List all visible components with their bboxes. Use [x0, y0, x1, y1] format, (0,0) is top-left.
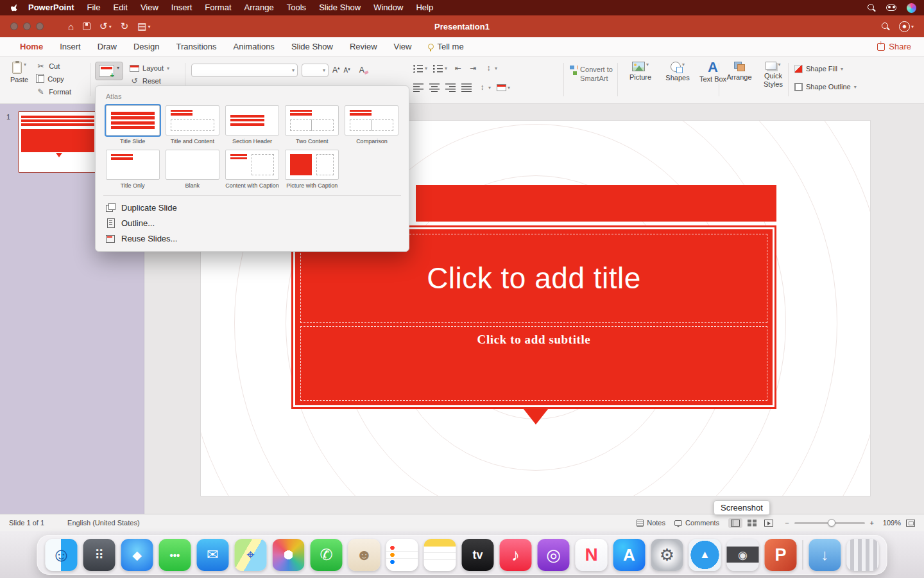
increase-font-size-button[interactable]: A▴ — [332, 66, 340, 74]
clear-formatting-button[interactable]: A — [359, 66, 364, 74]
menu-bar-item[interactable]: Arrange — [238, 0, 280, 15]
menu-bar-item[interactable]: Insert — [165, 0, 199, 15]
layout-option[interactable]: Title Only — [105, 150, 160, 191]
menu-bar-item[interactable]: PowerPoint — [22, 0, 81, 15]
ribbon-tab[interactable]: Draw — [89, 37, 125, 57]
subtitle-placeholder[interactable]: Click to add subtitle — [300, 326, 767, 401]
ribbon-tab[interactable]: Home — [12, 37, 51, 57]
podcasts-dock-icon[interactable]: ◎ — [538, 539, 570, 571]
comments-button[interactable]: Comments — [674, 519, 719, 527]
copy-button[interactable]: Copy — [36, 74, 71, 83]
photos-dock-icon[interactable] — [273, 539, 305, 571]
control-center-icon[interactable] — [886, 4, 896, 11]
numbering-button[interactable]: ▾ — [433, 64, 447, 73]
notes-button[interactable]: Notes — [637, 519, 665, 527]
layout-option[interactable]: Content with Caption — [225, 150, 279, 191]
align-text-button[interactable]: ▾ — [497, 84, 510, 91]
format-painter-button[interactable]: ✎Format — [36, 87, 71, 96]
reminders-dock-icon[interactable] — [386, 539, 418, 571]
music-dock-icon[interactable]: ♪ — [500, 539, 532, 571]
ribbon-tab[interactable]: Review — [341, 37, 386, 57]
safari-dock-icon[interactable]: ◆ — [121, 539, 153, 571]
mail-dock-icon[interactable]: ✉ — [197, 539, 229, 571]
convert-to-smartart-button[interactable]: Convert to SmartArt — [570, 66, 619, 83]
notes-dock-icon[interactable] — [424, 539, 456, 571]
decrease-indent-button[interactable]: ⇤ — [453, 64, 463, 73]
ribbon-tab[interactable]: Slide Show — [283, 37, 341, 57]
slide-banner-shape[interactable] — [416, 185, 776, 222]
customize-toolbar-button[interactable]: ▤▾ — [137, 21, 150, 32]
cut-button[interactable]: ✂Cut — [36, 62, 71, 71]
picture-button[interactable]: ▾ Picture — [624, 62, 657, 83]
paste-button[interactable]: ▾ Paste — [10, 62, 28, 96]
menu-bar-item[interactable]: Format — [198, 0, 237, 15]
menu-bar-item[interactable]: File — [81, 0, 107, 15]
account-button[interactable]: ☻▾ — [899, 21, 914, 32]
menu-bar-item[interactable]: Edit — [107, 0, 133, 15]
menu-bar-item[interactable]: View — [134, 0, 165, 15]
tell-me-button[interactable]: Tell me — [420, 42, 472, 51]
divider-dock-icon[interactable] — [803, 540, 803, 570]
contacts-dock-icon[interactable]: ☻ — [348, 539, 381, 571]
reset-button[interactable]: ↺Reset — [130, 76, 169, 85]
slideshow-view-button[interactable] — [762, 518, 776, 528]
messages-dock-icon[interactable]: ••• — [159, 539, 191, 571]
trash-dock-icon[interactable] — [847, 539, 879, 571]
language-button[interactable]: English (United States) — [67, 519, 140, 527]
slide-thumbnail[interactable] — [18, 111, 98, 173]
ribbon-tab[interactable]: Design — [125, 37, 167, 57]
zoom-in-button[interactable]: + — [870, 519, 874, 527]
align-left-button[interactable] — [413, 83, 424, 92]
spotlight-search-icon[interactable] — [868, 4, 876, 12]
ribbon-tab[interactable]: View — [386, 37, 420, 57]
zoom-window-button[interactable] — [36, 22, 44, 30]
layout-option[interactable]: Two Content — [285, 105, 339, 147]
zoom-out-button[interactable]: − — [785, 519, 789, 527]
line-spacing-button[interactable]: ↕▾ — [484, 64, 497, 73]
menu-item[interactable]: Outline... — [96, 215, 409, 231]
menu-bar-item[interactable]: Window — [367, 0, 409, 15]
redo-button[interactable]: ↻ — [121, 21, 129, 32]
finder-dock-icon[interactable]: ☺ — [46, 539, 78, 571]
search-icon[interactable] — [882, 22, 890, 31]
layout-option[interactable]: Comparison — [345, 105, 399, 147]
save-button[interactable] — [83, 22, 90, 30]
minimize-window-button[interactable] — [23, 22, 31, 30]
maps-dock-icon[interactable]: ⌖ — [235, 539, 267, 571]
normal-view-button[interactable] — [728, 518, 742, 528]
layout-option[interactable]: Picture with Caption — [285, 150, 339, 191]
downloads-dock-icon[interactable]: ↓ — [809, 539, 841, 571]
siri-icon[interactable] — [907, 3, 916, 13]
close-window-button[interactable] — [10, 22, 18, 30]
screenshot-dock-icon[interactable]: ◉ — [727, 539, 759, 571]
align-center-button[interactable] — [429, 83, 440, 92]
layout-option[interactable]: Title Slide — [105, 105, 160, 147]
ribbon-tab[interactable]: Insert — [51, 37, 89, 57]
menu-bar-item[interactable]: Tools — [280, 0, 312, 15]
zoom-slider-knob[interactable] — [828, 519, 835, 527]
system-settings-dock-icon[interactable]: ⚙ — [651, 539, 683, 571]
undo-button[interactable]: ↺▾ — [99, 21, 112, 32]
increase-indent-button[interactable]: ⇥ — [468, 64, 478, 73]
text-direction-button[interactable]: ↕▾ — [477, 83, 491, 92]
launchpad-dock-icon[interactable]: ⠿ — [83, 539, 116, 571]
zoom-percentage[interactable]: 109% — [879, 519, 901, 527]
home-button[interactable]: ⌂ — [68, 21, 74, 32]
slide-sorter-view-button[interactable] — [745, 518, 759, 528]
menu-bar-item[interactable]: Slide Show — [312, 0, 367, 15]
apple-menu[interactable] — [8, 3, 22, 13]
mountain-app-dock-icon[interactable]: ▲ — [689, 539, 721, 571]
arrange-button[interactable]: Arrange — [724, 62, 755, 88]
new-slide-button[interactable]: ▾ — [95, 62, 123, 80]
shapes-button[interactable]: ▾ Shapes — [661, 62, 694, 83]
align-right-button[interactable] — [445, 83, 456, 92]
menu-bar-item[interactable]: Help — [409, 0, 440, 15]
ribbon-tab[interactable]: Transitions — [167, 37, 225, 57]
font-size-select[interactable]: ▾ — [302, 64, 329, 77]
decrease-font-size-button[interactable]: A▾ — [344, 67, 350, 74]
layout-option[interactable]: Blank — [165, 150, 219, 191]
app-store-dock-icon[interactable]: A — [613, 539, 646, 571]
quick-styles-button[interactable]: ▾ Quick Styles — [758, 62, 788, 88]
facetime-dock-icon[interactable]: ✆ — [311, 539, 343, 571]
bullets-button[interactable]: ▾ — [413, 64, 427, 73]
